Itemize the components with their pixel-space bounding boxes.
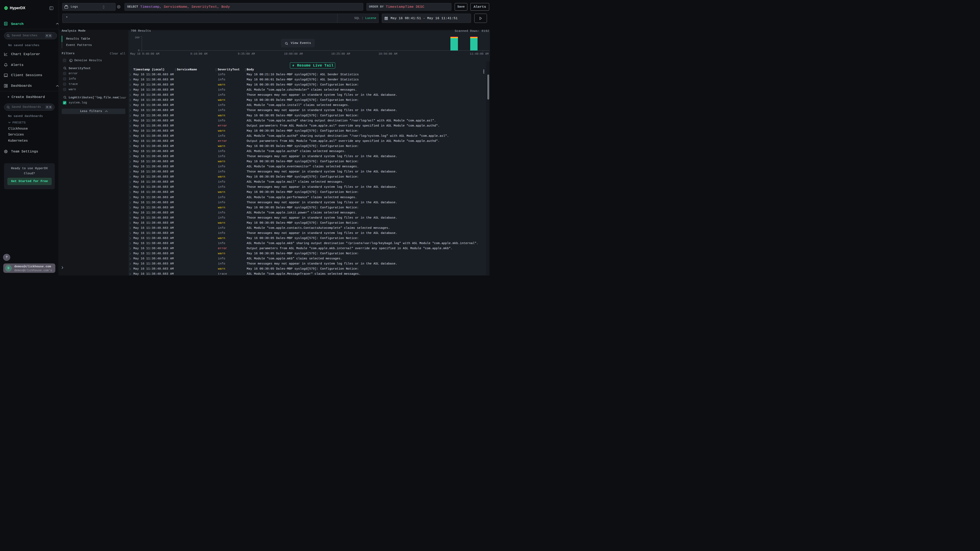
svg-text:May 16 8:40:00 AM: May 16 8:40:00 AM	[130, 52, 159, 56]
svg-text:10:00:00 AM: 10:00:00 AM	[284, 52, 303, 56]
svg-text:10:25:00 AM: 10:25:00 AM	[331, 52, 350, 56]
svg-text:10:50:00 AM: 10:50:00 AM	[379, 52, 397, 56]
svg-text:360: 360	[135, 36, 140, 39]
svg-text:9:35:00 AM: 9:35:00 AM	[238, 52, 255, 56]
svg-text:11:40:00 AM: 11:40:00 AM	[470, 52, 488, 56]
svg-text:0: 0	[138, 49, 140, 52]
svg-text:9:10:00 AM: 9:10:00 AM	[190, 52, 207, 56]
